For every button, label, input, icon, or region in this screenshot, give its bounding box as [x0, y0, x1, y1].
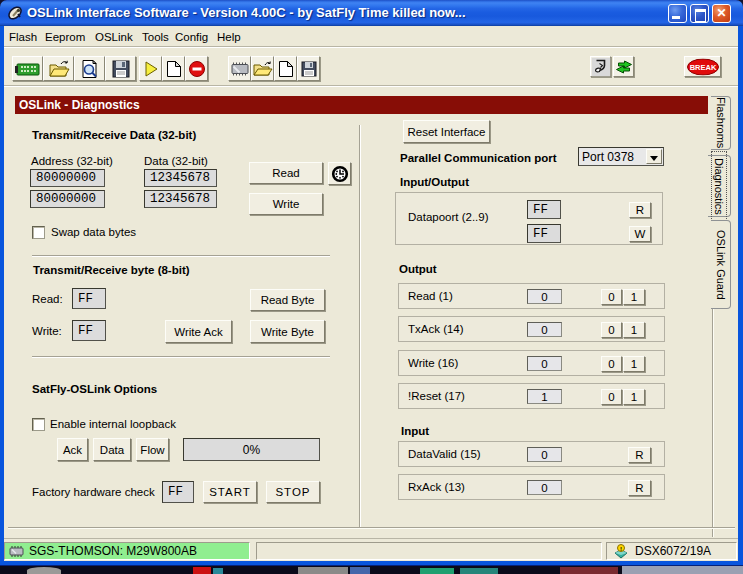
svg-text:!: !	[620, 546, 622, 552]
svg-text:BREAK: BREAK	[689, 62, 716, 71]
